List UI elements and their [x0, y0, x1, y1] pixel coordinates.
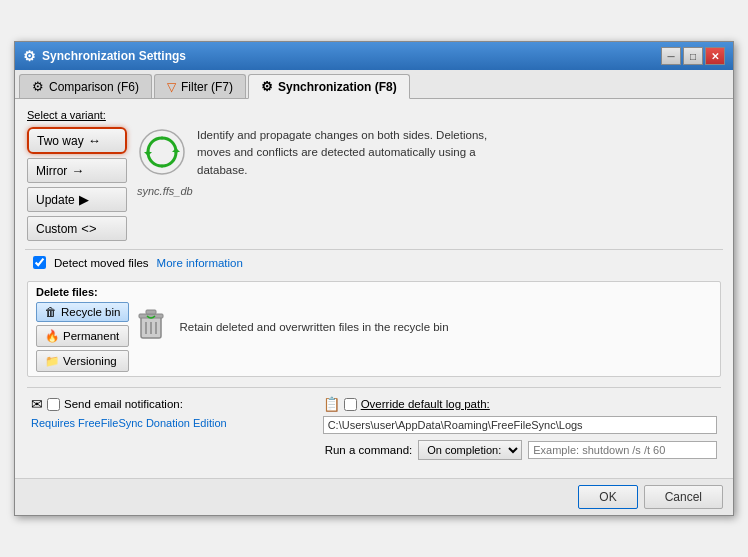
variant-two-way-button[interactable]: Two way ↔	[27, 127, 127, 154]
main-window: ⚙ Synchronization Settings ─ □ ✕ ⚙ Compa…	[14, 41, 734, 516]
log-row: 📋 Override default log path:	[323, 396, 717, 412]
mirror-label: Mirror	[36, 164, 67, 178]
svg-rect-5	[146, 310, 156, 314]
main-area: Two way ↔ Mirror → Update ▶ Custom <>	[27, 127, 721, 241]
ok-button[interactable]: OK	[578, 485, 637, 509]
footer: OK Cancel	[15, 478, 733, 515]
delete-section: Delete files: 🗑 Recycle bin 🔥 Permanent …	[27, 281, 721, 377]
tab-synchronization-label: Synchronization (F8)	[278, 80, 397, 94]
comparison-icon: ⚙	[32, 79, 44, 94]
synchronization-icon: ⚙	[261, 79, 273, 94]
custom-label: Custom	[36, 222, 77, 236]
two-way-icon: ↔	[88, 133, 101, 148]
email-row: ✉ Send email notification:	[31, 396, 313, 412]
description-area: Identify and propagate changes on both s…	[137, 127, 721, 241]
permanent-icon: 🔥	[45, 329, 59, 343]
window-title: Synchronization Settings	[42, 49, 186, 63]
email-icon: ✉	[31, 396, 43, 412]
delete-description: Retain deleted and overwritten files in …	[133, 302, 712, 352]
title-bar-controls: ─ □ ✕	[661, 47, 725, 65]
variant-mirror-button[interactable]: Mirror →	[27, 158, 127, 183]
filter-icon: ▽	[167, 80, 176, 94]
run-command-label: Run a command:	[325, 444, 413, 456]
versioning-button[interactable]: 📁 Versioning	[36, 350, 129, 372]
permanent-button[interactable]: 🔥 Permanent	[36, 325, 129, 347]
title-bar: ⚙ Synchronization Settings ─ □ ✕	[15, 42, 733, 70]
db-label: sync.ffs_db	[137, 185, 193, 197]
window-icon: ⚙	[23, 48, 36, 64]
close-button[interactable]: ✕	[705, 47, 725, 65]
tab-filter-label: Filter (F7)	[181, 80, 233, 94]
command-row: Run a command: On completion:	[323, 440, 717, 460]
sync-icon	[137, 127, 187, 177]
bottom-section: ✉ Send email notification: Requires Free…	[27, 387, 721, 468]
delete-buttons: 🗑 Recycle bin 🔥 Permanent 📁 Versioning	[36, 302, 129, 372]
versioning-icon: 📁	[45, 354, 59, 368]
log-label: Override default log path:	[361, 398, 490, 410]
desc-top: Identify and propagate changes on both s…	[137, 127, 517, 179]
email-section: ✉ Send email notification: Requires Free…	[31, 396, 313, 460]
log-checkbox[interactable]	[344, 398, 357, 411]
versioning-label: Versioning	[63, 355, 117, 367]
recycle-icon-btn: 🗑	[45, 306, 57, 318]
update-icon: ▶	[79, 192, 89, 207]
description-text: Identify and propagate changes on both s…	[197, 127, 517, 179]
svg-marker-2	[144, 152, 152, 156]
delete-description-text: Retain deleted and overwritten files in …	[179, 321, 448, 333]
email-checkbox[interactable]	[47, 398, 60, 411]
detect-moved-checkbox[interactable]	[33, 256, 46, 269]
detect-moved-row: Detect moved files More information	[25, 249, 723, 275]
recycle-bin-icon	[133, 306, 169, 348]
log-section: 📋 Override default log path: Run a comma…	[323, 396, 717, 460]
tab-comparison[interactable]: ⚙ Comparison (F6)	[19, 74, 152, 98]
command-input[interactable]	[528, 441, 717, 459]
tab-comparison-label: Comparison (F6)	[49, 80, 139, 94]
permanent-label: Permanent	[63, 330, 119, 342]
content-area: Select a variant: Two way ↔ Mirror → Upd…	[15, 99, 733, 478]
two-way-label: Two way	[37, 134, 84, 148]
variant-custom-button[interactable]: Custom <>	[27, 216, 127, 241]
email-label: Send email notification:	[64, 398, 183, 410]
recycle-bin-button[interactable]: 🗑 Recycle bin	[36, 302, 129, 322]
maximize-button[interactable]: □	[683, 47, 703, 65]
detect-moved-label: Detect moved files	[54, 257, 149, 269]
delete-files-label: Delete files:	[28, 282, 720, 298]
log-icon: 📋	[323, 396, 340, 412]
custom-icon: <>	[81, 221, 96, 236]
tab-filter[interactable]: ▽ Filter (F7)	[154, 74, 246, 98]
command-select[interactable]: On completion:	[418, 440, 522, 460]
mirror-icon: →	[71, 163, 84, 178]
select-variant-label: Select a variant:	[27, 109, 721, 121]
tab-bar: ⚙ Comparison (F6) ▽ Filter (F7) ⚙ Synchr…	[15, 70, 733, 99]
variant-update-button[interactable]: Update ▶	[27, 187, 127, 212]
variants-panel: Two way ↔ Mirror → Update ▶ Custom <>	[27, 127, 127, 241]
update-label: Update	[36, 193, 75, 207]
tab-synchronization[interactable]: ⚙ Synchronization (F8)	[248, 74, 410, 99]
donation-link[interactable]: Requires FreeFileSync Donation Edition	[31, 417, 227, 429]
svg-marker-1	[172, 148, 180, 152]
cancel-button[interactable]: Cancel	[644, 485, 723, 509]
log-path-input[interactable]	[323, 416, 717, 434]
delete-inner: 🗑 Recycle bin 🔥 Permanent 📁 Versioning	[28, 298, 720, 376]
more-info-link[interactable]: More information	[157, 257, 243, 269]
recycle-bin-label: Recycle bin	[61, 306, 120, 318]
minimize-button[interactable]: ─	[661, 47, 681, 65]
